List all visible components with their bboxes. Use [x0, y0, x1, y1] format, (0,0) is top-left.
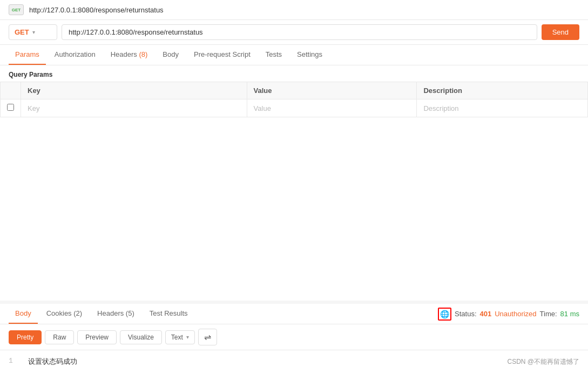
row-checkbox[interactable]: [1, 99, 21, 117]
response-line-1: 设置状态码成功: [28, 357, 77, 367]
tab-body[interactable]: Body: [156, 45, 185, 65]
response-content: 1 设置状态码成功: [0, 350, 588, 373]
method-label: GET: [15, 28, 29, 36]
table-header-description: Description: [417, 82, 588, 99]
format-visualize-button[interactable]: Visualize: [120, 330, 162, 344]
text-format-dropdown[interactable]: Text ▾: [165, 330, 195, 344]
table-header-checkbox: [1, 82, 21, 99]
value-cell[interactable]: Value: [247, 99, 417, 117]
wrap-lines-button[interactable]: ⇌: [198, 329, 217, 345]
request-tabs-bar: Params Authorization Headers (8) Body Pr…: [0, 45, 588, 65]
request-type-icon: GET: [9, 4, 24, 15]
watermark: CSDN @不能再留遗憾了: [507, 357, 579, 367]
method-dropdown[interactable]: GET ▾: [9, 24, 57, 40]
table-row: Key Value Description: [1, 99, 588, 117]
line-number-1: 1: [9, 357, 19, 367]
url-bar: GET ▾ Send: [0, 20, 588, 45]
page-title: http://127.0.0.1:8080/response/returnsta…: [29, 6, 164, 14]
tab-tests[interactable]: Tests: [259, 45, 288, 65]
title-bar: GET http://127.0.0.1:8080/response/retur…: [0, 0, 588, 20]
key-cell[interactable]: Key: [21, 99, 247, 117]
query-params-label: Query Params: [0, 65, 588, 82]
globe-icon: 🌐: [438, 308, 451, 321]
tab-headers[interactable]: Headers (8): [104, 45, 154, 65]
format-preview-button[interactable]: Preview: [77, 330, 117, 344]
response-status-bar: 🌐 Status: 401 Unauthorized Time: 81 ms: [438, 308, 579, 321]
request-body-area: Query Params Key Value Description: [0, 65, 588, 304]
format-pretty-button[interactable]: Pretty: [9, 330, 42, 344]
row-checkbox-input[interactable]: [7, 104, 14, 111]
description-cell[interactable]: Description: [417, 99, 588, 117]
format-raw-button[interactable]: Raw: [45, 330, 74, 344]
table-header-key: Key: [21, 82, 247, 99]
response-tab-test-results[interactable]: Test Results: [143, 304, 194, 324]
tab-prerequest[interactable]: Pre-request Script: [187, 45, 257, 65]
query-params-table: Key Value Description Key Value: [0, 82, 588, 117]
send-button[interactable]: Send: [542, 24, 579, 40]
response-tab-cookies[interactable]: Cookies (2): [40, 304, 89, 324]
response-tab-headers[interactable]: Headers (5): [91, 304, 141, 324]
tab-authorization[interactable]: Authorization: [48, 45, 102, 65]
wrap-icon: ⇌: [204, 332, 211, 342]
url-input[interactable]: [62, 24, 537, 40]
response-tabs-bar: Body Cookies (2) Headers (5) Test Result…: [0, 304, 588, 324]
tab-params[interactable]: Params: [9, 45, 46, 65]
table-header-value: Value: [247, 82, 417, 99]
chevron-down-icon: ▾: [186, 334, 189, 340]
response-section: Body Cookies (2) Headers (5) Test Result…: [0, 304, 588, 373]
chevron-down-icon: ▾: [32, 29, 35, 35]
response-tab-body[interactable]: Body: [9, 304, 38, 324]
response-toolbar: Pretty Raw Preview Visualize Text ▾ ⇌: [0, 324, 588, 350]
tab-settings[interactable]: Settings: [290, 45, 329, 65]
